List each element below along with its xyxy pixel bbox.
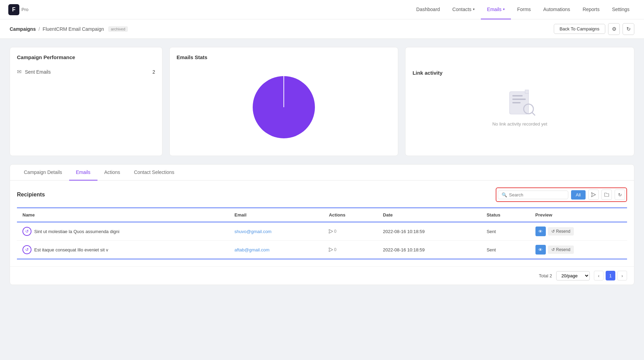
nav-automations[interactable]: Automations	[537, 0, 577, 19]
app-logo: F Pro	[8, 4, 28, 15]
emails-chevron-icon: ▾	[503, 7, 505, 11]
row1-status: Sent	[481, 222, 530, 241]
row2-actions: 0	[323, 241, 377, 259]
breadcrumb-root[interactable]: Campaigns	[10, 26, 36, 32]
table-row: ↺ Sint ut molestiae la Quos assumenda di…	[17, 222, 627, 241]
folder-icon	[604, 193, 609, 197]
settings-icon-button[interactable]: ⚙	[608, 23, 620, 35]
pie-chart	[246, 69, 322, 145]
tab-emails[interactable]: Emails	[69, 165, 97, 181]
link-activity-empty: No link activity recorded yet	[485, 81, 554, 133]
link-activity-title: Link activity	[412, 70, 627, 76]
send-filter-button[interactable]	[588, 190, 599, 200]
nav-dashboard[interactable]: Dashboard	[410, 0, 446, 19]
row2-date: 2022-08-16 10:18:59	[377, 241, 481, 259]
pagination-bar: Total 2 20/page 10/page 50/page 100/page…	[10, 266, 634, 285]
row1-actions: 0	[323, 222, 377, 241]
sent-emails-value: 2	[152, 69, 155, 75]
col-name: Name	[17, 208, 229, 222]
send-small-icon	[329, 229, 333, 233]
row2-email-link[interactable]: aftab@gmail.com	[234, 247, 269, 252]
nav-contacts[interactable]: Contacts ▾	[446, 0, 481, 19]
row1-date: 2022-08-16 10:18:59	[377, 222, 481, 241]
campaign-performance-title: Campaign Performance	[17, 54, 155, 60]
link-activity-card: Link activity No link activity recorded …	[405, 47, 634, 156]
svg-marker-12	[329, 248, 333, 252]
row1-avatar: ↺	[22, 227, 31, 236]
breadcrumb-bar: Campaigns / FluentCRM Email Campaign arc…	[0, 19, 644, 39]
table-section: Recipients 🔍 All	[10, 181, 634, 266]
svg-rect-3	[512, 95, 523, 96]
top-navigation: F Pro Dashboard Contacts ▾ Emails ▾ Form…	[0, 0, 644, 19]
folder-button[interactable]	[601, 190, 612, 200]
row1-email-link[interactable]: shuvo@gmail.com	[234, 229, 271, 234]
col-actions: Actions	[323, 208, 377, 222]
sent-emails-item: ✉ Sent Emails 2	[17, 66, 155, 78]
main-content: Campaign Performance ✉ Sent Emails 2 Ema…	[0, 39, 644, 293]
row2-preview: 👁 ↺ Resend	[530, 241, 627, 259]
next-page-button[interactable]: ›	[617, 271, 627, 280]
per-page-select[interactable]: 20/page 10/page 50/page 100/page	[556, 271, 590, 280]
row2-email: aftab@gmail.com	[229, 241, 323, 259]
tab-contact-selections[interactable]: Contact Selections	[127, 165, 181, 181]
link-activity-empty-text: No link activity recorded yet	[492, 121, 547, 127]
svg-rect-5	[512, 102, 521, 103]
nav-emails[interactable]: Emails ▾	[481, 0, 511, 19]
prev-page-button[interactable]: ‹	[594, 271, 604, 280]
col-status: Status	[481, 208, 530, 222]
row1-email: shuvo@gmail.com	[229, 222, 323, 241]
row2-resend-button[interactable]: ↺ Resend	[548, 246, 574, 254]
table-controls: 🔍 All ↻	[496, 187, 627, 202]
col-email: Email	[229, 208, 323, 222]
nav-forms[interactable]: Forms	[511, 0, 537, 19]
send-small-icon2	[329, 248, 333, 252]
recipients-table: Name Email Actions Date Status Preview ↺	[17, 207, 627, 259]
recipients-title: Recipients	[17, 192, 45, 198]
tabs-section: Campaign Details Emails Actions Contact …	[10, 164, 634, 285]
breadcrumb-actions: Back To Campaigns ⚙ ↻	[554, 23, 634, 35]
svg-marker-10	[591, 193, 596, 197]
row2-preview-button[interactable]: 👁	[535, 245, 546, 255]
refresh-table-button[interactable]: ↻	[615, 190, 625, 200]
table-body: ↺ Sint ut molestiae la Quos assumenda di…	[17, 222, 627, 259]
row1-preview-button[interactable]: 👁	[535, 227, 546, 236]
row1-preview: 👁 ↺ Resend	[530, 222, 627, 241]
nav-reports[interactable]: Reports	[576, 0, 606, 19]
pie-chart-svg	[246, 69, 322, 145]
breadcrumb: Campaigns / FluentCRM Email Campaign arc…	[10, 26, 128, 32]
table-toolbar: Recipients 🔍 All	[17, 187, 627, 202]
logo-label: Pro	[21, 7, 28, 12]
nav-settings[interactable]: Settings	[606, 0, 636, 19]
empty-state-icon	[503, 88, 537, 116]
tab-actions[interactable]: Actions	[97, 165, 127, 181]
campaign-performance-card: Campaign Performance ✉ Sent Emails 2	[10, 47, 162, 156]
logo-icon: F	[8, 4, 19, 15]
col-date: Date	[377, 208, 481, 222]
svg-rect-7	[525, 90, 529, 93]
email-icon: ✉	[17, 68, 21, 75]
back-to-campaigns-button[interactable]: Back To Campaigns	[554, 24, 605, 34]
breadcrumb-current: FluentCRM Email Campaign	[43, 26, 104, 32]
pagination-total: Total 2	[539, 273, 552, 278]
search-input[interactable]	[509, 192, 564, 197]
search-icon: 🔍	[502, 192, 507, 197]
tab-campaign-details[interactable]: Campaign Details	[17, 165, 69, 181]
table-row: ↺ Est itaque consequat Illo eveniet sit …	[17, 241, 627, 259]
row2-avatar: ↺	[22, 245, 31, 254]
emails-stats-card: Emails Stats	[169, 47, 399, 156]
refresh-icon-button[interactable]: ↻	[623, 23, 634, 35]
row2-status: Sent	[481, 241, 530, 259]
nav-links: Dashboard Contacts ▾ Emails ▾ Forms Auto…	[42, 0, 636, 19]
resend-icon: ↺	[551, 229, 555, 234]
emails-stats-title: Emails Stats	[177, 54, 391, 60]
resend-icon2: ↺	[551, 247, 555, 252]
stats-row: Campaign Performance ✉ Sent Emails 2 Ema…	[10, 47, 634, 156]
send-icon	[591, 192, 596, 197]
row1-resend-button[interactable]: ↺ Resend	[548, 227, 574, 236]
filter-all-button[interactable]: All	[571, 190, 586, 200]
pagination-nav: ‹ 1 ›	[594, 271, 627, 280]
row2-name: ↺ Est itaque consequat Illo eveniet sit …	[17, 241, 229, 259]
tabs-header: Campaign Details Emails Actions Contact …	[10, 165, 634, 181]
page-1-button[interactable]: 1	[606, 271, 615, 280]
breadcrumb-badge: archived	[108, 26, 128, 32]
